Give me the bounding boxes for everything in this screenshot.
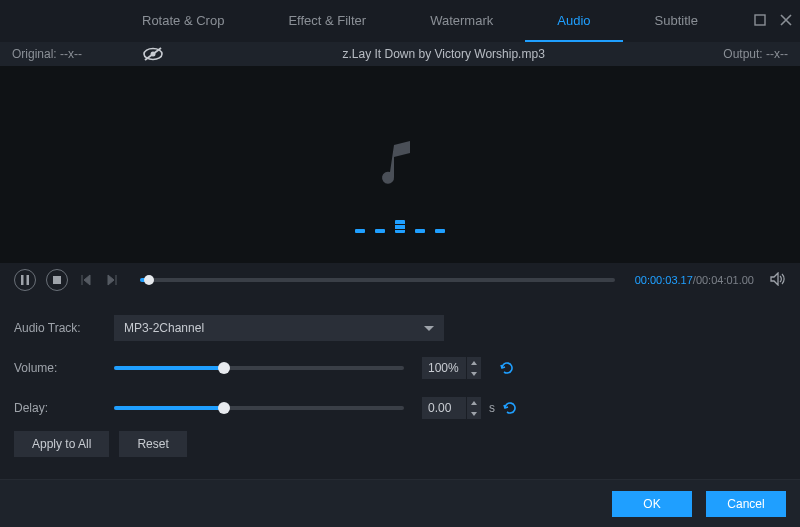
time-total: 00:04:01.00 — [696, 274, 754, 286]
delay-down-icon[interactable] — [467, 408, 481, 419]
audio-settings: Audio Track: MP3-2Channel Volume: 100% D… — [0, 297, 800, 465]
maximize-icon[interactable] — [754, 13, 766, 29]
delay-reset-icon[interactable] — [501, 399, 519, 417]
delay-slider[interactable] — [114, 406, 404, 410]
delay-unit: s — [489, 401, 495, 415]
scrub-slider[interactable] — [140, 278, 615, 282]
preview-toggle-icon[interactable] — [142, 47, 164, 61]
volume-icon[interactable] — [770, 272, 786, 289]
sub-header: Original: --x-- z.Lay It Down by Victory… — [0, 42, 800, 66]
delay-up-icon[interactable] — [467, 397, 481, 408]
original-dimensions: Original: --x-- — [12, 47, 82, 61]
tab-rotate-crop[interactable]: Rotate & Crop — [110, 0, 256, 42]
volume-reset-icon[interactable] — [498, 359, 516, 377]
tabs: Rotate & Crop Effect & Filter Watermark … — [110, 0, 730, 42]
time-current: 00:00:03.17 — [635, 274, 693, 286]
volume-label: Volume: — [14, 361, 114, 375]
svg-rect-0 — [755, 15, 765, 25]
audiotrack-select[interactable]: MP3-2Channel — [114, 315, 444, 341]
playback-bar: 00:00:03.17/00:04:01.00 — [0, 263, 800, 297]
tab-bar: Rotate & Crop Effect & Filter Watermark … — [0, 0, 800, 42]
next-button[interactable] — [104, 272, 120, 288]
volume-stepper[interactable]: 100% — [422, 357, 481, 379]
pause-button[interactable] — [14, 269, 36, 291]
window-controls — [754, 0, 792, 42]
close-icon[interactable] — [780, 13, 792, 29]
svg-rect-6 — [53, 276, 61, 284]
footer: OK Cancel — [0, 479, 800, 527]
delay-label: Delay: — [14, 401, 114, 415]
preview-area — [0, 66, 800, 263]
music-note-icon — [380, 139, 420, 191]
apply-to-all-button[interactable]: Apply to All — [14, 431, 109, 457]
tab-subtitle[interactable]: Subtitle — [623, 0, 730, 42]
chevron-down-icon — [424, 326, 434, 331]
tab-effect-filter[interactable]: Effect & Filter — [256, 0, 398, 42]
output-dimensions: Output: --x-- — [723, 47, 788, 61]
equalizer-icon — [355, 220, 445, 233]
stop-button[interactable] — [46, 269, 68, 291]
ok-button[interactable]: OK — [612, 491, 692, 517]
svg-rect-5 — [27, 275, 30, 285]
prev-button[interactable] — [78, 272, 94, 288]
audiotrack-label: Audio Track: — [14, 321, 114, 335]
cancel-button[interactable]: Cancel — [706, 491, 786, 517]
tab-audio[interactable]: Audio — [525, 0, 622, 42]
volume-down-icon[interactable] — [467, 368, 481, 379]
delay-value[interactable]: 0.00 — [422, 397, 466, 419]
current-filename: z.Lay It Down by Victory Worship.mp3 — [164, 47, 723, 61]
svg-rect-4 — [21, 275, 24, 285]
tab-watermark[interactable]: Watermark — [398, 0, 525, 42]
reset-button[interactable]: Reset — [119, 431, 186, 457]
volume-slider[interactable] — [114, 366, 404, 370]
timecode: 00:00:03.17/00:04:01.00 — [635, 274, 754, 286]
volume-up-icon[interactable] — [467, 357, 481, 368]
delay-stepper[interactable]: 0.00 — [422, 397, 481, 419]
volume-value[interactable]: 100% — [422, 357, 466, 379]
